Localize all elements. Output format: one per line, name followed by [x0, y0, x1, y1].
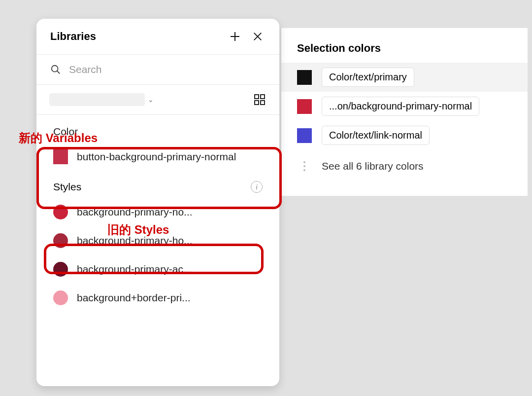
- selection-color-row[interactable]: Color/text/primary: [281, 63, 528, 92]
- style-name: background+border-pri...: [77, 292, 191, 304]
- library-selector-row[interactable]: ⌄: [36, 85, 279, 115]
- style-color-item[interactable]: background+border-pri...: [36, 284, 279, 312]
- search-input[interactable]: [69, 64, 266, 75]
- see-all-colors[interactable]: See all 6 library colors: [281, 150, 528, 182]
- search-row[interactable]: [36, 55, 279, 85]
- styles-section-label: Styles: [53, 181, 81, 193]
- more-icon: [297, 159, 312, 174]
- style-name: background-primary-no...: [77, 206, 193, 218]
- color-swatch: [53, 149, 68, 164]
- search-icon: [50, 64, 61, 75]
- svg-point-0: [52, 66, 58, 72]
- grid-icon: [254, 94, 266, 106]
- selection-colors-title: Selection colors: [281, 28, 528, 63]
- selection-color-row[interactable]: ...on/background-primary-normal: [281, 92, 528, 121]
- selection-color-label[interactable]: ...on/background-primary-normal: [322, 97, 479, 116]
- svg-rect-4: [261, 101, 265, 105]
- color-swatch: [297, 99, 312, 114]
- annotation-styles-label: 旧的 Styles: [107, 222, 169, 238]
- color-swatch: [53, 290, 68, 305]
- library-name[interactable]: ⌄: [50, 94, 254, 105]
- grid-view-button[interactable]: [254, 94, 266, 106]
- color-swatch: [53, 233, 68, 248]
- selection-color-row[interactable]: Color/text/link-normal: [281, 121, 528, 150]
- style-name: background-primary-ac...: [77, 263, 192, 275]
- see-all-colors-label: See all 6 library colors: [322, 160, 424, 172]
- selection-color-label[interactable]: Color/text/primary: [322, 68, 414, 87]
- info-icon[interactable]: i: [251, 181, 263, 193]
- close-button[interactable]: [250, 29, 266, 44]
- chevron-down-icon: ⌄: [148, 96, 154, 104]
- color-swatch: [297, 70, 312, 85]
- libraries-header: Libraries: [36, 19, 279, 55]
- color-swatch: [53, 205, 68, 219]
- add-library-button[interactable]: [227, 29, 243, 44]
- svg-rect-1: [255, 95, 259, 99]
- styles-section-header: Styles i: [36, 171, 279, 198]
- close-icon: [252, 31, 263, 42]
- variable-name: button-background-primary-normal: [77, 151, 236, 163]
- annotation-variables-label: 新的 Variables: [19, 130, 98, 146]
- libraries-panel: Libraries ⌄ Color button-background-prim…: [36, 19, 279, 386]
- selection-colors-panel: Selection colors Color/text/primary ...o…: [281, 28, 528, 196]
- variable-color-item[interactable]: button-background-primary-normal: [36, 143, 279, 171]
- library-name-redacted: [50, 94, 144, 105]
- svg-rect-2: [261, 95, 265, 99]
- plus-icon: [229, 31, 241, 42]
- libraries-title: Libraries: [50, 30, 220, 43]
- color-swatch: [53, 262, 68, 277]
- selection-color-label[interactable]: Color/text/link-normal: [322, 126, 430, 145]
- style-color-item[interactable]: background-primary-ac...: [36, 255, 279, 284]
- svg-rect-3: [255, 101, 259, 105]
- color-swatch: [297, 128, 312, 143]
